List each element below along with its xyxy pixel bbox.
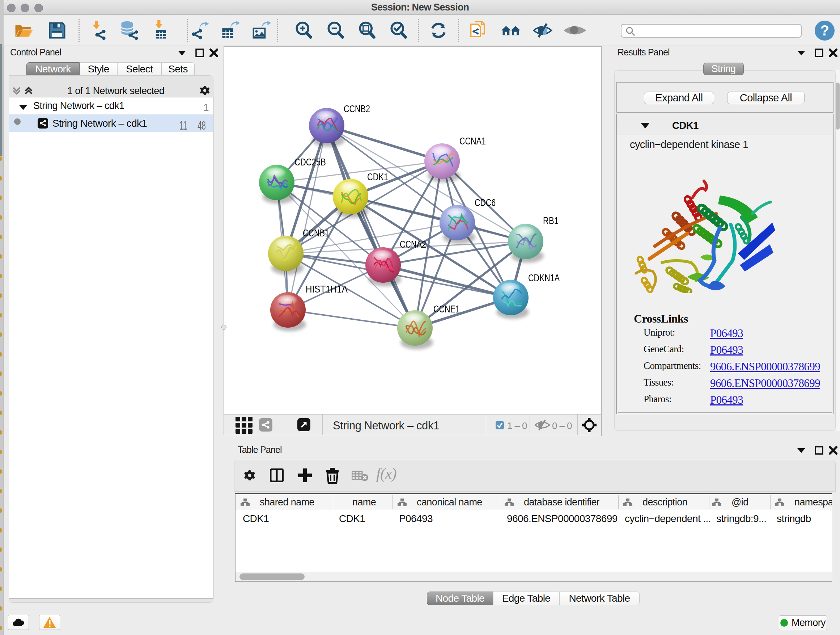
svg-text:CCNE1: CCNE1 [433,304,460,315]
svg-text:CCNA2: CCNA2 [400,239,426,250]
svg-text:CDK1: CDK1 [367,172,388,182]
svg-text:HIST1H1A: HIST1H1A [306,284,347,295]
svg-text:CDKN1A: CDKN1A [528,272,560,283]
svg-text:CDC6: CDC6 [475,197,496,208]
svg-text:RB1: RB1 [543,215,559,226]
svg-text:CCNA1: CCNA1 [459,136,486,147]
svg-text:CCNB2: CCNB2 [344,103,370,114]
svg-text:CCNB1: CCNB1 [303,228,329,239]
svg-text:CDC25B: CDC25B [294,157,326,168]
